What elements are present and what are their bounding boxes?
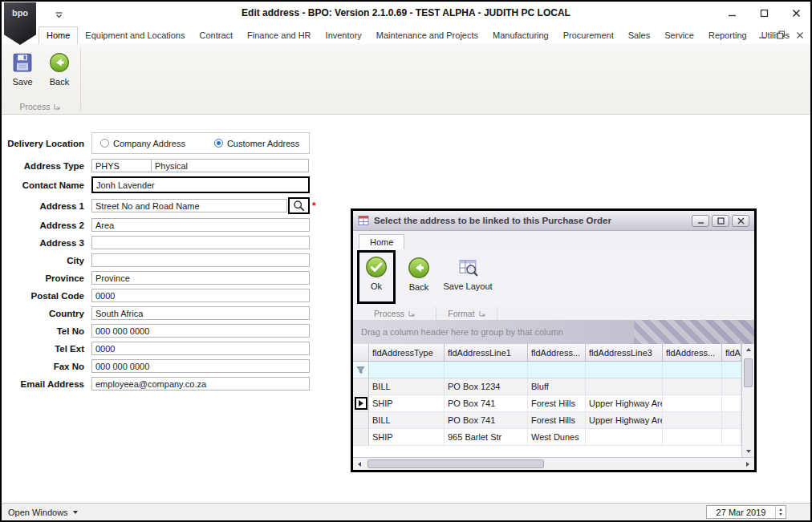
tab-maintenance-and-projects[interactable]: Maintenance and Projects [369, 27, 485, 44]
horizontal-scrollbar[interactable] [353, 457, 754, 470]
address-3-input[interactable] [91, 236, 310, 249]
tab-home[interactable]: Home [39, 26, 78, 44]
radio-customer-address[interactable]: Customer Address [214, 139, 299, 148]
grid-cell[interactable]: Upper Highway Area [586, 412, 663, 429]
address-1-input[interactable] [91, 199, 287, 212]
table-row[interactable]: SHIP 965 Barlet Str West Dunes [353, 429, 741, 446]
filter-cell[interactable] [445, 362, 528, 378]
province-input[interactable] [91, 271, 310, 285]
filter-cell[interactable] [722, 362, 741, 378]
tab-contract[interactable]: Contract [193, 27, 241, 44]
grid-cell[interactable]: SHIP [369, 395, 445, 412]
grid-cell[interactable]: PO Box 1234 [445, 378, 528, 395]
tab-service[interactable]: Service [657, 27, 701, 44]
scroll-right-button[interactable] [741, 459, 754, 470]
grid-cell[interactable] [663, 429, 722, 446]
filter-cell[interactable] [369, 362, 445, 378]
open-windows-button[interactable]: Open Windows [8, 504, 78, 520]
tel-no-input[interactable] [91, 324, 310, 338]
grid-cell[interactable]: PO Box 741 [445, 412, 528, 429]
tab-reporting[interactable]: Reporting [701, 27, 754, 44]
contact-name-input[interactable] [91, 176, 310, 193]
tab-procurement[interactable]: Procurement [556, 27, 621, 44]
country-input[interactable] [91, 306, 310, 320]
filter-cell[interactable] [528, 362, 586, 378]
grid-cell[interactable]: Forest Hills [528, 395, 586, 412]
tab-sales[interactable]: Sales [621, 27, 658, 44]
grid-cell[interactable] [663, 378, 722, 395]
grid-cell[interactable]: SHIP [369, 429, 445, 446]
grid-cell[interactable]: PO Box 741 [445, 395, 528, 412]
grid-cell[interactable] [722, 429, 741, 446]
date-picker[interactable]: 27 Mar 2019 [706, 505, 786, 519]
ribbon-close-button[interactable] [796, 28, 804, 42]
ribbon-restore-button[interactable] [777, 28, 786, 42]
quick-access-toolbar-chevron-icon[interactable] [55, 8, 63, 22]
grid-cell[interactable]: BILL [369, 378, 445, 395]
minimize-button[interactable] [722, 5, 741, 21]
city-input[interactable] [91, 253, 310, 267]
column-header-fldaddressline3[interactable]: fldAddressLine3 [586, 344, 663, 362]
postal-code-input[interactable] [91, 289, 310, 302]
scroll-left-button[interactable] [353, 459, 366, 470]
email-address-input[interactable] [91, 377, 310, 390]
group-by-panel[interactable]: Drag a column header here to group by th… [353, 320, 754, 344]
group-dialog-launcher-icon[interactable] [479, 310, 485, 317]
column-header-fldaddressline2[interactable]: fldAddress... [528, 344, 586, 362]
back-button[interactable]: Back [42, 49, 77, 90]
column-header-fldaddressline4[interactable]: fldAddress... [663, 344, 722, 362]
column-header-fldaddressline1[interactable]: fldAddressLine1 [445, 344, 528, 362]
save-layout-button[interactable]: Save Layout [441, 253, 494, 291]
table-row[interactable]: BILL PO Box 741 Forest Hills Upper Highw… [353, 412, 741, 429]
close-button[interactable] [786, 5, 806, 21]
scroll-up-button[interactable] [742, 344, 755, 355]
grid-cell[interactable] [586, 378, 663, 395]
save-button[interactable]: Save [5, 49, 40, 90]
grid-cell[interactable] [722, 378, 741, 395]
table-row-selected[interactable]: SHIP PO Box 741 Forest Hills Upper Highw… [353, 395, 741, 412]
grid-cell[interactable]: Upper Highway Area [586, 395, 663, 412]
group-dialog-launcher-icon[interactable] [54, 103, 60, 110]
tel-ext-input[interactable] [91, 342, 310, 355]
grid-cell[interactable] [586, 429, 663, 446]
dialog-maximize-button[interactable] [712, 215, 729, 227]
table-row[interactable]: BILL PO Box 1234 Bluff [353, 378, 741, 395]
filter-cell[interactable] [663, 362, 722, 378]
tab-equipment-and-locations[interactable]: Equipment and Locations [78, 27, 192, 44]
dialog-back-button[interactable]: Back [400, 253, 437, 292]
dialog-titlebar[interactable]: Select the address to be linked to this … [353, 211, 754, 231]
tab-inventory[interactable]: Inventory [319, 27, 369, 44]
vertical-scrollbar[interactable] [741, 344, 754, 457]
column-header-fldaddress5[interactable]: fldAd... [722, 344, 741, 362]
filter-cell[interactable] [586, 362, 663, 378]
grid-cell[interactable] [663, 395, 722, 412]
date-spinner[interactable] [775, 506, 786, 518]
address-type-code-input[interactable] [91, 159, 152, 172]
group-dialog-launcher-icon[interactable] [408, 310, 415, 317]
fax-no-input[interactable] [91, 359, 310, 373]
address-2-input[interactable] [91, 218, 310, 232]
horizontal-scroll-thumb[interactable] [367, 459, 544, 468]
grid-cell[interactable]: Bluff [528, 378, 586, 395]
scroll-down-button[interactable] [742, 446, 755, 457]
maximize-button[interactable] [754, 5, 773, 21]
radio-company-address[interactable]: Company Address [100, 139, 185, 148]
grid-cell[interactable] [722, 412, 741, 429]
grid-cell[interactable]: West Dunes [528, 429, 586, 446]
ribbon-minimize-button[interactable] [758, 28, 766, 42]
grid-cell[interactable]: BILL [369, 412, 445, 429]
tab-manufacturing[interactable]: Manufacturing [485, 27, 556, 44]
grid-cell[interactable]: Forest Hills [528, 412, 586, 429]
grid-cell[interactable]: 965 Barlet Str [445, 429, 528, 446]
grid-cell[interactable] [722, 395, 741, 412]
grid-cell[interactable] [663, 412, 722, 429]
address-lookup-button[interactable] [288, 197, 310, 214]
vertical-scroll-thumb[interactable] [744, 358, 753, 387]
dialog-minimize-button[interactable] [692, 215, 709, 227]
address-type-description-input[interactable] [151, 159, 309, 172]
ok-button[interactable]: Ok [365, 253, 388, 301]
column-header-fldaddresstype[interactable]: fldAddressType [369, 344, 445, 362]
tab-finance-and-hr[interactable]: Finance and HR [240, 27, 319, 44]
dialog-tab-home[interactable]: Home [359, 234, 404, 249]
dialog-close-button[interactable] [732, 215, 749, 227]
